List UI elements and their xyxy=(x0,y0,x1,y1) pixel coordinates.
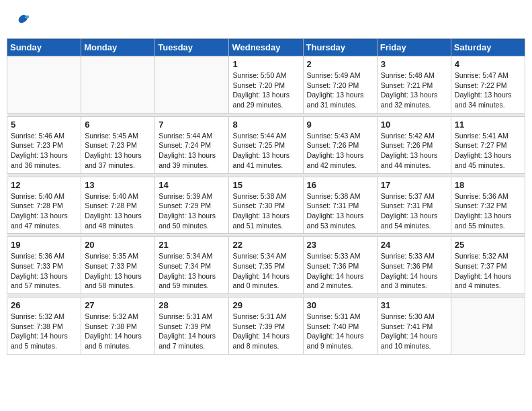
day-info: Sunrise: 5:32 AMSunset: 7:38 PMDaylight:… xyxy=(11,312,77,351)
col-header-thursday: Thursday xyxy=(303,39,377,56)
calendar-table: SundayMondayTuesdayWednesdayThursdayFrid… xyxy=(7,38,525,355)
day-number: 1 xyxy=(232,59,299,69)
day-info: Sunrise: 5:38 AMSunset: 7:31 PMDaylight:… xyxy=(307,191,373,231)
day-info: Sunrise: 5:48 AMSunset: 7:21 PMDaylight:… xyxy=(381,71,447,110)
calendar-week-row: 26Sunrise: 5:32 AMSunset: 7:38 PMDayligh… xyxy=(7,298,525,355)
day-info: Sunrise: 5:32 AMSunset: 7:37 PMDaylight:… xyxy=(455,251,521,291)
col-header-friday: Friday xyxy=(377,39,451,56)
calendar-cell: 2Sunrise: 5:49 AMSunset: 7:20 PMDaylight… xyxy=(303,56,377,113)
day-number: 31 xyxy=(381,300,447,310)
day-info: Sunrise: 5:34 AMSunset: 7:34 PMDaylight:… xyxy=(159,251,225,291)
day-number: 24 xyxy=(381,240,447,250)
calendar-cell: 25Sunrise: 5:32 AMSunset: 7:37 PMDayligh… xyxy=(451,237,525,294)
calendar-cell: 5Sunrise: 5:46 AMSunset: 7:23 PMDaylight… xyxy=(7,116,81,173)
calendar-cell: 22Sunrise: 5:34 AMSunset: 7:35 PMDayligh… xyxy=(229,237,303,294)
day-info: Sunrise: 5:31 AMSunset: 7:40 PMDaylight:… xyxy=(307,312,373,351)
day-info: Sunrise: 5:46 AMSunset: 7:23 PMDaylight:… xyxy=(11,131,77,171)
calendar-cell: 16Sunrise: 5:38 AMSunset: 7:31 PMDayligh… xyxy=(303,177,377,234)
day-number: 8 xyxy=(232,120,299,130)
calendar-cell: 13Sunrise: 5:40 AMSunset: 7:28 PMDayligh… xyxy=(81,177,155,234)
day-info: Sunrise: 5:31 AMSunset: 7:39 PMDaylight:… xyxy=(232,312,299,351)
calendar-cell xyxy=(451,298,525,355)
calendar-cell: 7Sunrise: 5:44 AMSunset: 7:24 PMDaylight… xyxy=(155,116,229,173)
day-number: 3 xyxy=(381,59,447,69)
day-number: 29 xyxy=(232,300,299,310)
day-info: Sunrise: 5:42 AMSunset: 7:26 PMDaylight:… xyxy=(381,131,447,171)
col-header-wednesday: Wednesday xyxy=(229,39,303,56)
calendar-cell: 26Sunrise: 5:32 AMSunset: 7:38 PMDayligh… xyxy=(7,298,81,355)
day-info: Sunrise: 5:39 AMSunset: 7:29 PMDaylight:… xyxy=(159,191,225,231)
calendar-cell: 1Sunrise: 5:50 AMSunset: 7:20 PMDaylight… xyxy=(229,56,303,113)
day-number: 6 xyxy=(85,120,151,130)
col-header-sunday: Sunday xyxy=(7,39,81,56)
day-number: 15 xyxy=(232,180,299,190)
calendar-cell: 12Sunrise: 5:40 AMSunset: 7:28 PMDayligh… xyxy=(7,177,81,234)
calendar-cell: 21Sunrise: 5:34 AMSunset: 7:34 PMDayligh… xyxy=(155,237,229,294)
calendar-cell: 20Sunrise: 5:35 AMSunset: 7:33 PMDayligh… xyxy=(81,237,155,294)
day-number: 25 xyxy=(455,240,521,250)
day-number: 22 xyxy=(232,240,299,250)
day-info: Sunrise: 5:47 AMSunset: 7:22 PMDaylight:… xyxy=(455,71,521,110)
calendar-cell: 10Sunrise: 5:42 AMSunset: 7:26 PMDayligh… xyxy=(377,116,451,173)
calendar-week-row: 5Sunrise: 5:46 AMSunset: 7:23 PMDaylight… xyxy=(7,116,525,173)
calendar-cell: 8Sunrise: 5:44 AMSunset: 7:25 PMDaylight… xyxy=(229,116,303,173)
calendar-week-row: 1Sunrise: 5:50 AMSunset: 7:20 PMDaylight… xyxy=(7,56,525,113)
calendar-cell: 11Sunrise: 5:41 AMSunset: 7:27 PMDayligh… xyxy=(451,116,525,173)
day-info: Sunrise: 5:50 AMSunset: 7:20 PMDaylight:… xyxy=(232,71,299,110)
calendar-header-row: SundayMondayTuesdayWednesdayThursdayFrid… xyxy=(7,39,525,56)
day-number: 11 xyxy=(455,120,521,130)
day-number: 17 xyxy=(381,180,447,190)
day-info: Sunrise: 5:38 AMSunset: 7:30 PMDaylight:… xyxy=(232,191,299,231)
day-info: Sunrise: 5:40 AMSunset: 7:28 PMDaylight:… xyxy=(85,191,151,231)
day-info: Sunrise: 5:45 AMSunset: 7:23 PMDaylight:… xyxy=(85,131,151,171)
day-info: Sunrise: 5:33 AMSunset: 7:36 PMDaylight:… xyxy=(307,251,373,291)
day-info: Sunrise: 5:36 AMSunset: 7:33 PMDaylight:… xyxy=(11,251,77,291)
day-number: 23 xyxy=(307,240,373,250)
logo-text xyxy=(13,12,31,32)
day-number: 26 xyxy=(11,300,77,310)
day-number: 2 xyxy=(307,59,373,69)
calendar-cell: 6Sunrise: 5:45 AMSunset: 7:23 PMDaylight… xyxy=(81,116,155,173)
day-number: 12 xyxy=(11,180,77,190)
calendar-cell xyxy=(81,56,155,113)
day-info: Sunrise: 5:49 AMSunset: 7:20 PMDaylight:… xyxy=(307,71,373,110)
page-header xyxy=(7,7,525,34)
day-info: Sunrise: 5:33 AMSunset: 7:36 PMDaylight:… xyxy=(381,251,447,291)
calendar-cell: 15Sunrise: 5:38 AMSunset: 7:30 PMDayligh… xyxy=(229,177,303,234)
calendar-cell: 28Sunrise: 5:31 AMSunset: 7:39 PMDayligh… xyxy=(155,298,229,355)
day-info: Sunrise: 5:34 AMSunset: 7:35 PMDaylight:… xyxy=(232,251,299,291)
day-info: Sunrise: 5:35 AMSunset: 7:33 PMDaylight:… xyxy=(85,251,151,291)
day-number: 5 xyxy=(11,120,77,130)
calendar-cell: 18Sunrise: 5:36 AMSunset: 7:32 PMDayligh… xyxy=(451,177,525,234)
calendar-cell xyxy=(7,56,81,113)
calendar-cell: 31Sunrise: 5:30 AMSunset: 7:41 PMDayligh… xyxy=(377,298,451,355)
day-info: Sunrise: 5:44 AMSunset: 7:25 PMDaylight:… xyxy=(232,131,299,171)
calendar-cell xyxy=(155,56,229,113)
calendar-cell: 9Sunrise: 5:43 AMSunset: 7:26 PMDaylight… xyxy=(303,116,377,173)
day-number: 30 xyxy=(307,300,373,310)
day-number: 27 xyxy=(85,300,151,310)
day-info: Sunrise: 5:41 AMSunset: 7:27 PMDaylight:… xyxy=(455,131,521,171)
calendar-cell: 3Sunrise: 5:48 AMSunset: 7:21 PMDaylight… xyxy=(377,56,451,113)
calendar-cell: 27Sunrise: 5:32 AMSunset: 7:38 PMDayligh… xyxy=(81,298,155,355)
day-number: 13 xyxy=(85,180,151,190)
calendar-week-row: 19Sunrise: 5:36 AMSunset: 7:33 PMDayligh… xyxy=(7,237,525,294)
day-number: 18 xyxy=(455,180,521,190)
col-header-monday: Monday xyxy=(81,39,155,56)
day-info: Sunrise: 5:30 AMSunset: 7:41 PMDaylight:… xyxy=(381,312,447,351)
logo-bird-icon xyxy=(15,12,31,28)
day-info: Sunrise: 5:32 AMSunset: 7:38 PMDaylight:… xyxy=(85,312,151,351)
day-number: 20 xyxy=(85,240,151,250)
day-number: 19 xyxy=(11,240,77,250)
calendar-cell: 17Sunrise: 5:37 AMSunset: 7:31 PMDayligh… xyxy=(377,177,451,234)
day-info: Sunrise: 5:37 AMSunset: 7:31 PMDaylight:… xyxy=(381,191,447,231)
calendar-cell: 19Sunrise: 5:36 AMSunset: 7:33 PMDayligh… xyxy=(7,237,81,294)
calendar-cell: 23Sunrise: 5:33 AMSunset: 7:36 PMDayligh… xyxy=(303,237,377,294)
day-number: 4 xyxy=(455,59,521,69)
day-number: 7 xyxy=(159,120,225,130)
calendar-cell: 14Sunrise: 5:39 AMSunset: 7:29 PMDayligh… xyxy=(155,177,229,234)
day-number: 16 xyxy=(307,180,373,190)
day-info: Sunrise: 5:40 AMSunset: 7:28 PMDaylight:… xyxy=(11,191,77,231)
calendar-cell: 24Sunrise: 5:33 AMSunset: 7:36 PMDayligh… xyxy=(377,237,451,294)
day-info: Sunrise: 5:44 AMSunset: 7:24 PMDaylight:… xyxy=(159,131,225,171)
